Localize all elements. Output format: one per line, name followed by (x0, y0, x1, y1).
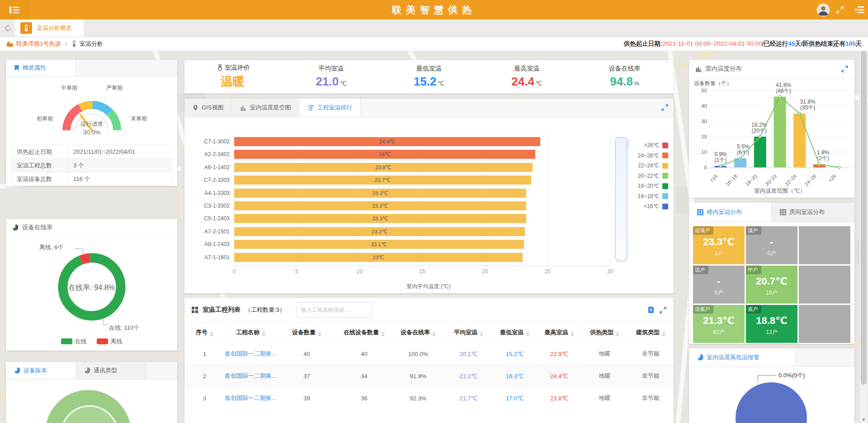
attribute-label: 供热起止日期 (12, 145, 68, 158)
pie-icon (12, 224, 19, 231)
tab-label: GIS视图 (202, 104, 223, 112)
table-row: 1首创国际一二期换...4040100.0%20.1℃15.2℃22.9℃地暖非… (184, 342, 674, 365)
expand-button[interactable] (661, 104, 668, 111)
thermometer-icon (20, 22, 32, 34)
legend-swatch (662, 183, 668, 189)
tab-overview-attrs[interactable]: 概览属性 (6, 60, 76, 76)
rank-category-label: A4-1-3303 (184, 190, 230, 196)
cell-count: 82户 (693, 328, 745, 336)
legend-item: 16~18℃ (618, 193, 668, 200)
stat-item: 设备在线率 94.8% (576, 65, 674, 89)
x-tick-label: 30 (607, 268, 613, 275)
table-cell[interactable]: 首创国际一二期换... (225, 394, 277, 402)
legend-swatch (662, 163, 668, 169)
legend-item: 24~26℃ (618, 152, 668, 159)
table-cell[interactable]: 首创国际一二期换... (225, 372, 277, 380)
building-cell: 边户 - 0户 (693, 266, 745, 304)
cell-temperature: 21.3℃ (693, 315, 745, 327)
sort-icon[interactable] (526, 332, 529, 337)
cell-temperature: 20.7℃ (746, 276, 797, 287)
attribute-value: 3 个 (68, 159, 84, 172)
table-cell[interactable]: 首创国际一二期换... (225, 350, 277, 358)
cell-temperature: 23.3℃ (693, 236, 745, 248)
tab-房间室温分布[interactable]: 房间室温分布 (772, 203, 854, 222)
table-cell: 40 (277, 351, 337, 357)
grid-icon (697, 209, 703, 215)
temp-distribution-chart: 设备数量（个）010203040500.9%(1个)<165.5%(6个)16~… (690, 78, 853, 196)
column-header[interactable]: 建筑类型 (628, 328, 674, 337)
column-header[interactable]: 设备数量 (277, 328, 337, 337)
x-tick-label: 22~24 (784, 173, 797, 187)
tab-通讯类型[interactable]: 通讯类型 (76, 362, 146, 379)
sort-icon[interactable] (571, 332, 574, 337)
x-tick-label: 25 (545, 268, 551, 275)
tab-设备版本[interactable]: 设备版本 (6, 362, 76, 379)
table-cell: 23.8℃ (537, 395, 581, 402)
scrollbar-thumb[interactable] (861, 51, 867, 385)
export-excel-button[interactable] (648, 306, 654, 314)
online-leader-line (104, 320, 108, 325)
attribute-row: 室温工程总数3 个 (12, 159, 171, 172)
column-header[interactable]: 供热类型 (581, 328, 628, 337)
cell-temperature: - (693, 276, 745, 287)
heat-source-icon (6, 41, 14, 47)
offline-leader-line (75, 249, 83, 253)
expand-button[interactable] (841, 66, 848, 72)
table-cell: 21.7℃ (445, 395, 492, 402)
tab-temp-alarm[interactable]: 室内温度高低温报警 (689, 348, 796, 366)
x-tick-label: >26 (827, 173, 837, 183)
column-header[interactable]: 平均室温 (445, 328, 492, 337)
grid-icon (780, 209, 786, 215)
tab-room-temp-overview[interactable]: 室温分析概览 (15, 19, 84, 37)
column-header[interactable]: 在线设备数量 (337, 328, 392, 337)
project-search-input[interactable] (300, 306, 372, 314)
sort-icon[interactable] (210, 332, 213, 337)
attribute-value: 2021/11/01~2022/04/01 (68, 145, 135, 158)
sort-icon[interactable] (381, 332, 385, 337)
rank-row: A7-1-1601 23℃ (184, 253, 674, 262)
table-cell: 24.4℃ (537, 373, 581, 380)
tab-工程室温排行[interactable]: 工程室温排行 (299, 99, 361, 117)
page-scrollbar: ▼ (859, 51, 868, 423)
menu-collapse-button[interactable] (854, 6, 864, 14)
rank-row: A4-1-3303 23.3℃ (184, 189, 674, 198)
column-header[interactable]: 设备在线率 (392, 328, 445, 337)
sort-icon[interactable] (318, 332, 321, 337)
project-search-box (296, 302, 372, 318)
avatar[interactable] (816, 3, 830, 17)
rank-row: A8-1-2403 23.1℃ (184, 240, 674, 249)
stat-item: 平均室温 21.0℃ (282, 65, 380, 89)
sort-icon[interactable] (480, 332, 483, 337)
cell-position-tag: 底户 (746, 305, 761, 314)
scrollbar-down-arrow[interactable]: ▼ (860, 417, 868, 422)
sort-icon[interactable] (432, 332, 436, 337)
sort-icon[interactable] (662, 332, 665, 337)
expand-button[interactable] (660, 307, 666, 314)
refresh-button[interactable] (5, 25, 11, 32)
sort-icon[interactable] (616, 332, 619, 337)
legend-item: 在线 (61, 337, 87, 346)
column-header[interactable]: 工程名称 (225, 328, 277, 337)
rank-bar: 23℃ (234, 253, 523, 262)
rank-bar: 23.8℃ (234, 163, 533, 172)
sort-icon[interactable] (262, 332, 265, 337)
tab-室内温度星空图[interactable]: 室内温度星空图 (232, 99, 299, 117)
building-cell (799, 305, 850, 343)
bookmark-icon (14, 65, 19, 71)
rank-bar: 23.3℃ (234, 214, 526, 223)
tab-楼内室温分布[interactable]: 楼内室温分布 (689, 203, 772, 222)
fullscreen-button[interactable] (836, 6, 844, 14)
gauge-segment-label: 初寒期 (37, 115, 53, 122)
cell-temperature: - (746, 236, 797, 248)
legend-label: >26℃ (644, 142, 659, 148)
table-header-row: 序号工程名称设备数量在线设备数量设备在线率平均室温最低室温最高室温供热类型建筑类… (184, 323, 674, 342)
gauge-segment (80, 105, 93, 108)
column-header[interactable]: 序号 (184, 328, 225, 337)
column-header[interactable]: 最低室温 (492, 328, 537, 337)
tab-GIS视图[interactable]: GIS视图 (184, 99, 232, 117)
y-tick-label: 40 (701, 103, 707, 109)
user-icon (817, 4, 830, 16)
column-header[interactable]: 最高室温 (537, 328, 581, 337)
tab-label: 室温分析概览 (37, 24, 72, 32)
breadcrumb-source-link[interactable]: 联美浑南1号热源 (16, 40, 61, 48)
